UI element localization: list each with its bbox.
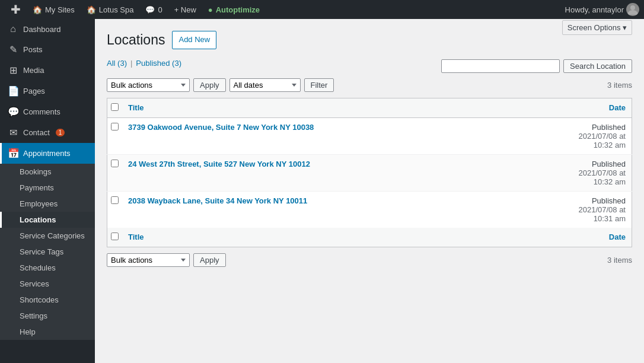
page-title: Locations <box>107 32 165 48</box>
items-count-top: 3 items <box>607 81 632 90</box>
date-column-header[interactable]: Date <box>525 98 632 117</box>
add-new-button[interactable]: Add New <box>172 31 216 49</box>
sidebar-item-appointments[interactable]: 📅 Appointments <box>0 143 95 164</box>
search-input[interactable] <box>441 59 560 73</box>
sidebar-item-shortcodes[interactable]: Shortcodes <box>0 292 95 308</box>
select-all-footer <box>107 228 123 247</box>
my-sites-label: My Sites <box>45 5 75 14</box>
row-checkbox[interactable] <box>111 160 119 167</box>
row-status: Published <box>592 196 626 205</box>
row-checkbox-cell <box>107 154 123 191</box>
table-row: 2038 Wayback Lane, Suite 34 New York NY … <box>107 191 632 228</box>
date-column-footer: Date <box>525 228 632 247</box>
filter-bar: All (3) | Published (3) Search Location <box>107 59 632 74</box>
select-all-checkbox[interactable] <box>111 103 119 111</box>
row-title-link[interactable]: 24 West 27th Street, Suite 527 New York … <box>128 160 310 168</box>
title-column-footer: Title <box>122 228 525 247</box>
select-all-footer-checkbox[interactable] <box>111 233 119 240</box>
screen-options-wrap: Screen Options ▾ <box>562 20 632 35</box>
sidebar-item-payments[interactable]: Payments <box>0 180 95 196</box>
site-name-menu[interactable]: 🏠 Lotus Spa <box>81 0 140 19</box>
new-content-menu[interactable]: + New <box>168 0 202 19</box>
sidebar-item-label: Appointments <box>23 149 71 158</box>
svg-point-0 <box>630 5 635 10</box>
bottom-tablenav: Bulk actions Move to Trash Apply 3 items <box>107 253 632 267</box>
autoptimize-menu[interactable]: ● Autoptimize <box>202 0 266 19</box>
sidebar-item-service-categories[interactable]: Service Categories <box>0 228 95 244</box>
admin-bar: ✚ 🏠 My Sites 🏠 Lotus Spa 💬 0 + New ● Aut… <box>0 0 644 19</box>
user-avatar[interactable] <box>626 3 639 16</box>
filter-published[interactable]: Published (3) <box>136 59 181 68</box>
site-name-label: Lotus Spa <box>99 5 134 14</box>
sidebar-item-employees[interactable]: Employees <box>0 196 95 212</box>
row-title-cell: 2038 Wayback Lane, Suite 34 New York NY … <box>122 191 525 228</box>
row-time: 10:32 am <box>594 141 626 149</box>
site-icon: 🏠 <box>87 5 96 14</box>
sidebar-item-service-tags[interactable]: Service Tags <box>0 244 95 260</box>
sidebar-item-locations[interactable]: Locations <box>0 212 95 228</box>
filter-button[interactable]: Filter <box>304 78 334 92</box>
status-filter: All (3) | Published (3) <box>107 59 181 68</box>
sidebar-item-bookings[interactable]: Bookings <box>0 164 95 180</box>
sidebar-item-comments[interactable]: 💬 Comments <box>0 101 95 122</box>
apply-button-bottom[interactable]: Apply <box>193 253 226 267</box>
row-date: 2021/07/08 at <box>578 132 626 141</box>
filter-all[interactable]: All (3) <box>107 59 127 68</box>
posts-icon: ✎ <box>8 44 18 55</box>
date-filter-select[interactable]: All dates <box>229 78 301 92</box>
comments-count: 0 <box>158 5 162 14</box>
title-footer-link[interactable]: Title <box>128 233 144 241</box>
appointments-icon: 📅 <box>8 148 18 159</box>
sidebar-item-services[interactable]: Services <box>0 276 95 292</box>
locations-table: Title Date 3739 Oakwood Avenue, Suite 7 … <box>107 98 632 247</box>
wp-logo[interactable]: ✚ <box>5 0 27 19</box>
title-sort-link[interactable]: Title <box>128 103 144 112</box>
row-title-link[interactable]: 2038 Wayback Lane, Suite 34 New York NY … <box>128 196 307 205</box>
date-sort-link[interactable]: Date <box>609 103 626 112</box>
row-status: Published <box>592 160 626 168</box>
dashboard-icon: ⌂ <box>8 24 18 34</box>
bulk-actions-select-bottom[interactable]: Bulk actions Move to Trash <box>107 253 190 267</box>
pages-icon: 📄 <box>8 85 18 97</box>
page-header: Locations Add New <box>107 31 632 49</box>
sidebar-item-label: Pages <box>23 87 45 95</box>
sidebar-item-media[interactable]: ⊞ Media <box>0 60 95 81</box>
media-icon: ⊞ <box>8 65 18 76</box>
sidebar-item-settings[interactable]: Settings <box>0 308 95 324</box>
search-button[interactable]: Search Location <box>563 59 632 73</box>
row-date-cell: Published 2021/07/08 at 10:31 am <box>525 191 632 228</box>
date-footer-link[interactable]: Date <box>609 233 626 241</box>
sidebar-item-schedules[interactable]: Schedules <box>0 260 95 276</box>
bulk-actions-select-top[interactable]: Bulk actions Move to Trash <box>107 78 190 92</box>
sidebar-item-posts[interactable]: ✎ Posts <box>0 39 95 60</box>
row-date-cell: Published 2021/07/08 at 10:32 am <box>525 154 632 191</box>
sidebar-item-help[interactable]: Help <box>0 324 95 340</box>
sidebar-item-contact[interactable]: ✉ Contact 1 <box>0 122 95 143</box>
main-content: Screen Options ▾ Locations Add New All (… <box>95 19 644 363</box>
contact-badge: 1 <box>56 129 65 136</box>
apply-button-top[interactable]: Apply <box>193 78 226 92</box>
table-body: 3739 Oakwood Avenue, Suite 7 New York NY… <box>107 117 632 228</box>
row-title-cell: 24 West 27th Street, Suite 527 New York … <box>122 154 525 191</box>
howdy-label: Howdy, anntaylor <box>565 5 624 14</box>
new-label: + New <box>174 5 196 14</box>
sidebar-item-pages[interactable]: 📄 Pages <box>0 81 95 101</box>
title-column-header[interactable]: Title <box>122 98 525 117</box>
top-tablenav: Bulk actions Move to Trash Apply All dat… <box>107 78 632 92</box>
row-checkbox[interactable] <box>111 123 119 130</box>
row-checkbox[interactable] <box>111 196 119 204</box>
sidebar-item-dashboard[interactable]: ⌂ Dashboard <box>0 19 95 39</box>
row-date: 2021/07/08 at <box>578 205 626 214</box>
row-title-link[interactable]: 3739 Oakwood Avenue, Suite 7 New York NY… <box>128 123 314 132</box>
table-header-row: Title Date <box>107 98 632 117</box>
comments-menu[interactable]: 💬 0 <box>139 0 168 19</box>
row-date-cell: Published 2021/07/08 at 10:32 am <box>525 117 632 154</box>
row-time: 10:32 am <box>594 177 626 186</box>
user-info: Howdy, anntaylor <box>565 3 639 16</box>
screen-options-button[interactable]: Screen Options ▾ <box>562 20 632 35</box>
row-date: 2021/07/08 at <box>578 168 626 177</box>
sidebar: ⌂ Dashboard ✎ Posts ⊞ Media 📄 Pages 💬 Co… <box>0 19 95 363</box>
my-sites-icon: 🏠 <box>33 5 42 14</box>
comments-icon: 💬 <box>8 106 18 117</box>
my-sites-menu[interactable]: 🏠 My Sites <box>27 0 81 19</box>
